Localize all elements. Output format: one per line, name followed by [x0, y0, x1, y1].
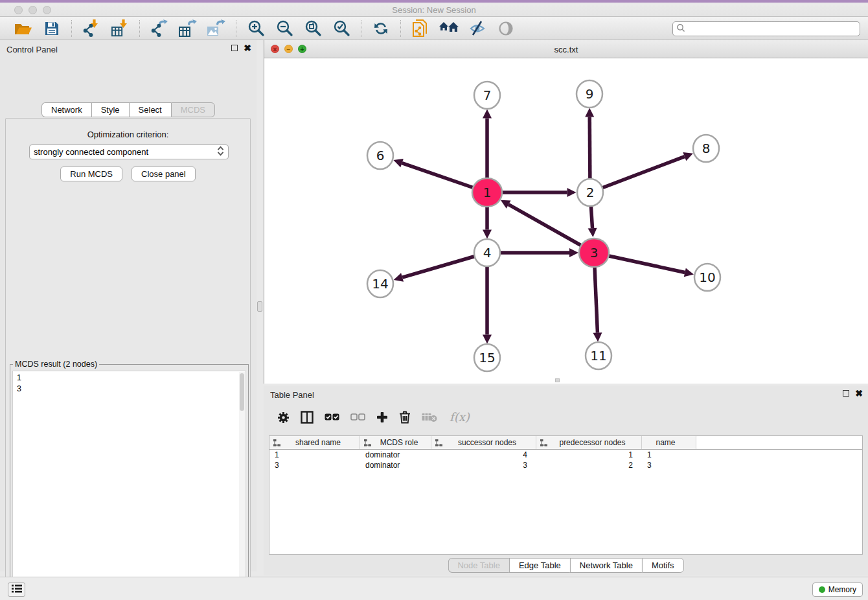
float-panel-icon[interactable] — [231, 45, 238, 51]
column-header-successor-nodes[interactable]: successor nodes — [431, 436, 536, 449]
tab-edge-table[interactable]: Edge Table — [509, 558, 570, 573]
export-table-icon[interactable] — [177, 19, 198, 38]
app-title-bar: Session: New Session — [0, 0, 868, 17]
table-header-row: shared nameMCDS rolesuccessor nodesprede… — [269, 436, 862, 450]
mcds-result-value: 1 — [17, 373, 246, 384]
optimization-criterion-label: Optimization criterion: — [6, 130, 250, 139]
import-table-icon[interactable] — [109, 19, 130, 38]
home-icon[interactable] — [439, 19, 459, 38]
column-header-predecessor-nodes[interactable]: predecessor nodes — [536, 436, 642, 449]
hide-selected-icon[interactable] — [467, 19, 488, 38]
network-view-window: × − + scc.txt 7968124314101511 — [264, 40, 868, 384]
table-cell: 2 — [536, 460, 642, 470]
control-panel: Control Panel ✖ NetworkStyleSelectMCDS O… — [0, 40, 257, 571]
table-cell: 1 — [642, 450, 696, 460]
table-cell: 1 — [269, 450, 360, 460]
column-view-icon[interactable] — [301, 409, 314, 426]
graph-node-9[interactable]: 9 — [577, 80, 602, 108]
close-table-panel-icon[interactable]: ✖ — [855, 390, 863, 397]
tab-select[interactable]: Select — [129, 102, 171, 117]
column-header-MCDS-role[interactable]: MCDS role — [360, 436, 431, 449]
graph-node-6[interactable]: 6 — [367, 142, 393, 169]
table-cell: 3 — [642, 460, 696, 470]
table-row[interactable]: 3dominator323 — [269, 460, 862, 470]
add-column-icon[interactable] — [376, 409, 388, 426]
zoom-fit-icon[interactable] — [303, 19, 323, 38]
mcds-tab-content: Optimization criterion: strongly connect… — [5, 118, 251, 600]
search-input[interactable] — [685, 23, 860, 35]
table-cell: 4 — [431, 450, 536, 460]
export-network-icon[interactable] — [149, 19, 170, 38]
close-panel-icon[interactable]: ✖ — [244, 45, 251, 51]
tab-node-table[interactable]: Node Table — [448, 558, 509, 573]
refresh-icon[interactable] — [371, 19, 391, 38]
edge-arrowhead — [483, 335, 492, 344]
column-tree-icon — [540, 439, 547, 446]
edge-arrowhead — [567, 188, 577, 197]
node-label: 9 — [586, 86, 594, 102]
show-all-icon — [496, 19, 516, 38]
import-network-icon[interactable] — [81, 19, 102, 38]
graph-node-10[interactable]: 10 — [694, 264, 720, 291]
edge-arrowhead — [588, 228, 597, 237]
table-panel: Table Panel ✖ f(x) shared nameMCDS roles… — [264, 386, 868, 575]
frame-resize-handle[interactable] — [555, 378, 560, 382]
graph-node-14[interactable]: 14 — [367, 270, 393, 297]
column-header-label: MCDS role — [374, 438, 431, 447]
graph-node-3[interactable]: 3 — [579, 238, 609, 267]
vertical-splitter[interactable] — [257, 40, 264, 571]
column-header-shared-name[interactable]: shared name — [269, 436, 360, 449]
graph-node-7[interactable]: 7 — [474, 82, 500, 109]
tab-motifs[interactable]: Motifs — [642, 558, 684, 573]
network-document-icon[interactable] — [410, 19, 431, 38]
network-window-title: scc.txt — [264, 45, 868, 54]
column-header-label: successor nodes — [445, 438, 536, 447]
close-panel-button[interactable]: Close panel — [131, 167, 196, 181]
edge-arrowhead — [483, 110, 492, 119]
tab-network[interactable]: Network — [41, 102, 91, 117]
graph-node-4[interactable]: 4 — [474, 239, 500, 266]
run-mcds-button[interactable]: Run MCDS — [60, 167, 122, 181]
table-row[interactable]: 1dominator411 — [269, 450, 862, 460]
network-graph-canvas[interactable]: 7968124314101511 — [264, 58, 868, 382]
criterion-dropdown[interactable]: strongly connected component — [29, 144, 229, 159]
network-window-titlebar: × − + scc.txt — [264, 40, 868, 58]
node-label: 4 — [483, 245, 492, 260]
edge-arrowhead — [569, 248, 578, 257]
save-icon[interactable] — [41, 19, 62, 38]
tab-mcds[interactable]: MCDS — [171, 102, 215, 117]
node-label: 10 — [699, 270, 715, 285]
graph-node-1[interactable]: 1 — [472, 178, 502, 207]
task-history-button[interactable] — [8, 583, 25, 597]
search-box[interactable] — [672, 21, 860, 36]
graph-node-2[interactable]: 2 — [577, 179, 603, 206]
open-folder-icon[interactable] — [13, 19, 34, 38]
gear-icon[interactable] — [277, 409, 290, 426]
graph-node-15[interactable]: 15 — [474, 344, 500, 371]
status-bar: Memory — [0, 577, 868, 600]
float-table-panel-icon[interactable] — [843, 390, 849, 397]
mcds-result-title: MCDS result (2 nodes) — [13, 360, 99, 369]
export-image-icon[interactable] — [206, 19, 227, 38]
result-scrollbar[interactable] — [239, 372, 245, 600]
zoom-in-icon[interactable] — [246, 19, 266, 38]
splitter-grip[interactable] — [257, 301, 262, 312]
zoom-selected-icon[interactable] — [331, 19, 352, 38]
delete-column-icon[interactable] — [399, 409, 411, 426]
titlebar-accent — [0, 0, 868, 3]
tab-style[interactable]: Style — [91, 102, 129, 117]
memory-button[interactable]: Memory — [812, 583, 863, 597]
edge-2-8[interactable] — [590, 157, 685, 192]
node-label: 8 — [702, 141, 711, 156]
graph-node-8[interactable]: 8 — [693, 135, 719, 162]
edge-arrowhead — [393, 159, 404, 167]
deselect-all-columns-icon[interactable] — [350, 409, 365, 426]
column-header-name[interactable]: name — [642, 436, 696, 449]
node-table[interactable]: shared nameMCDS rolesuccessor nodesprede… — [269, 435, 863, 555]
select-all-columns-icon[interactable] — [325, 409, 339, 426]
edge-arrowhead — [483, 230, 492, 239]
graph-node-11[interactable]: 11 — [586, 342, 611, 369]
zoom-out-icon[interactable] — [274, 19, 295, 38]
tab-network-table[interactable]: Network Table — [570, 558, 642, 573]
table-toolbar: f(x) — [269, 403, 863, 432]
